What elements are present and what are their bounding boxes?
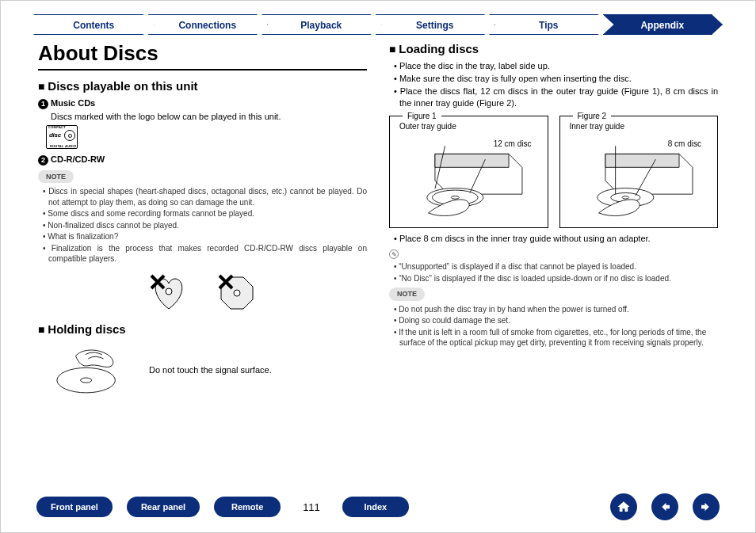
svg-point-0	[166, 288, 172, 295]
page-number: 111	[303, 501, 320, 513]
svg-point-2	[234, 290, 240, 296]
heading-playable: Discs playable on this unit	[38, 78, 367, 94]
subhead-music-cds-label: Music CDs	[51, 98, 95, 108]
front-panel-button[interactable]: Front panel	[36, 497, 113, 517]
heading-loading: Loading discs	[389, 41, 718, 57]
home-icon	[617, 500, 631, 514]
playable-notes-list: Discs in special shapes (heart-shaped di…	[38, 186, 367, 265]
list-item: Place the discs flat, 12 cm discs in the…	[394, 86, 718, 109]
list-item: Place the disc in the tray, label side u…	[394, 60, 718, 72]
figure-2-caption: Figure 2	[573, 111, 612, 122]
tab-tips[interactable]: Tips	[489, 14, 609, 35]
subhead-cdr-label: CD-R/CD-RW	[51, 154, 105, 164]
index-button[interactable]: Index	[342, 497, 409, 517]
list-item: Place 8 cm discs in the inner tray guide…	[394, 233, 718, 245]
rear-panel-button[interactable]: Rear panel	[127, 497, 200, 517]
right-column: Loading discs Place the disc in the tray…	[389, 40, 718, 398]
loading-note-points: Do not push the disc tray in by hand whe…	[389, 304, 718, 348]
tab-contents[interactable]: Contents	[33, 14, 155, 35]
tab-settings[interactable]: Settings	[376, 14, 496, 35]
prev-page-button[interactable]	[651, 493, 678, 520]
left-column: About Discs Discs playable on this unit …	[38, 40, 367, 398]
next-page-button[interactable]	[693, 493, 720, 520]
hand-holding-disc-icon	[46, 342, 133, 398]
svg-marker-13	[605, 154, 678, 168]
svg-point-16	[622, 196, 628, 199]
loading-points: Place the disc in the tray, label side u…	[389, 60, 718, 109]
svg-point-9	[451, 196, 459, 200]
info-points: “Unsupported” is displayed if a disc tha…	[389, 261, 718, 284]
page-body: About Discs Discs playable on this unit …	[0, 35, 756, 398]
unsupported-disc-shapes	[38, 271, 367, 315]
subhead-cdr: 2CD-R/CD-RW	[38, 154, 367, 166]
bottom-bar: Front panel Rear panel Remote 111 Index	[0, 493, 756, 520]
note-item: Some discs and some recording formats ca…	[43, 208, 367, 219]
figure-1: Figure 1 Outer tray guide 12 cm disc	[389, 116, 548, 228]
arrow-left-icon	[658, 500, 672, 514]
tab-playback[interactable]: Playback	[262, 14, 382, 35]
list-item: Doing so could damage the set.	[394, 315, 718, 326]
note-item: Discs in special shapes (heart-shaped di…	[43, 186, 367, 207]
figure-row: Figure 1 Outer tray guide 12 cm disc Fig…	[389, 116, 718, 228]
list-item: “Unsupported” is displayed if a disc tha…	[394, 261, 718, 272]
holding-text: Do not touch the signal surface.	[149, 364, 272, 376]
home-button[interactable]	[610, 493, 637, 520]
compact-disc-logo-icon: discDIGITAL AUDIO	[46, 125, 78, 149]
figure-2-disc-label: 8 cm disc	[668, 139, 701, 150]
figure-1-disc-label: 12 cm disc	[494, 139, 532, 150]
figure-1-guide-label: Outer tray guide	[399, 121, 541, 132]
list-item: “No Disc” is displayed if the disc is lo…	[394, 273, 718, 284]
holding-figure-row: Do not touch the signal surface.	[46, 342, 367, 398]
note-item: Finalization is the process that makes r…	[43, 243, 367, 265]
note-item: Non-finalized discs cannot be played.	[43, 220, 367, 231]
list-item: Make sure the disc tray is fully open wh…	[394, 73, 718, 85]
heading-holding: Holding discs	[38, 322, 367, 337]
top-tab-bar: Contents Connections Playback Settings T…	[0, 0, 756, 35]
svg-marker-6	[435, 154, 509, 168]
number-1-icon: 1	[38, 99, 48, 109]
svg-point-4	[81, 378, 92, 383]
figure-2: Figure 2 Inner tray guide 8 cm disc	[559, 116, 719, 228]
page-title: About Discs	[38, 40, 367, 70]
tab-connections[interactable]: Connections	[148, 14, 269, 35]
info-pencil-icon: ✎	[389, 249, 399, 259]
tab-appendix[interactable]: Appendix	[603, 14, 724, 35]
heart-disc-crossed-icon	[147, 271, 191, 315]
figure-1-caption: Figure 1	[403, 111, 441, 122]
music-cds-text: Discs marked with the logo below can be …	[38, 111, 367, 123]
note-badge: NOTE	[38, 170, 74, 183]
octagon-disc-crossed-icon	[215, 271, 259, 315]
list-item: If the unit is left in a room full of sm…	[394, 327, 718, 348]
remote-button[interactable]: Remote	[214, 497, 281, 517]
subhead-music-cds: 1Music CDs	[38, 97, 367, 109]
number-2-icon: 2	[38, 155, 48, 166]
note-item: What is finalization?	[43, 231, 367, 242]
note-badge: NOTE	[389, 287, 425, 300]
arrow-right-icon	[699, 500, 713, 514]
list-item: Do not push the disc tray in by hand whe…	[394, 304, 718, 315]
figure-2-guide-label: Inner tray guide	[570, 121, 712, 132]
after-figure-point: Place 8 cm discs in the inner tray guide…	[389, 233, 718, 245]
